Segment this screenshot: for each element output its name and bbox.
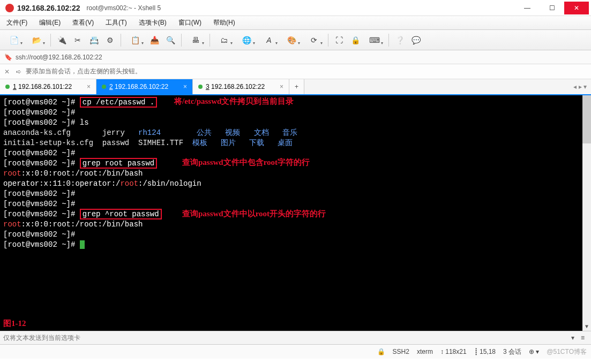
hint-bar: ✕ ➪ 要添加当前会话，点击左侧的箭头按钮。 xyxy=(0,64,591,79)
send-target-dropdown[interactable]: ▾ xyxy=(568,334,578,342)
new-session-button[interactable]: 📄 xyxy=(3,33,25,48)
status-dot-icon xyxy=(198,85,203,89)
window-titlebar: 192.168.26.102:22 root@vms002:~ - Xshell… xyxy=(0,0,591,16)
status-term-type: xterm xyxy=(417,348,433,355)
address-text[interactable]: ssh://root@192.168.26.102:22 xyxy=(16,54,102,61)
color-button[interactable]: 🎨 xyxy=(281,33,302,48)
menu-edit[interactable]: 编辑(E) xyxy=(36,17,64,29)
tab-close-icon[interactable]: × xyxy=(87,83,91,90)
hint-close-button[interactable]: ✕ xyxy=(4,68,10,75)
status-cursor-pos: 15,18 xyxy=(480,348,496,355)
send-input[interactable] xyxy=(3,334,568,342)
toolbar: 📄 📂 🔌 ✂ 📇 ⚙ 📋 📥 🔍 🖶 🗂 🌐 A 🎨 ⟳ ⛶ 🔒 ⌨ ❔ 💬 xyxy=(0,30,591,50)
session-tabbar: 1 192.168.26.101:22 × 2 192.168.26.102:2… xyxy=(0,79,591,95)
scroll-thumb[interactable] xyxy=(582,95,591,143)
menu-view[interactable]: 查看(V) xyxy=(69,17,97,29)
session-tab-3[interactable]: 3 192.168.26.102:22 × xyxy=(193,79,289,94)
transfer-button[interactable]: 🗂 xyxy=(213,33,235,48)
help-button[interactable]: ❔ xyxy=(392,33,407,48)
lock-button[interactable]: 🔒 xyxy=(348,33,363,48)
print-button[interactable]: 🖶 xyxy=(185,33,206,48)
properties-button[interactable]: 📇 xyxy=(86,33,101,48)
terminal[interactable]: [root@vms002 ~]# cp /etc/passwd . 将/etc/… xyxy=(0,95,591,331)
status-session-count: 3 会话 xyxy=(503,347,521,357)
hint-text: 要添加当前会话，点击左侧的箭头按钮。 xyxy=(26,67,141,76)
status-ssh-icon: 🔒 xyxy=(377,348,385,355)
statusbar: 🔒 SSH2 xterm ↕ 118x21 ┋ 15,18 3 会话 ⊕ ▾ @… xyxy=(0,345,591,359)
tab-close-icon[interactable]: × xyxy=(183,83,187,90)
status-size: 118x21 xyxy=(445,348,466,355)
menu-file[interactable]: 文件(F) xyxy=(3,17,31,29)
send-bar: ▾ ≡ xyxy=(0,331,591,345)
annotation-grep2: 查询passwd文件中以root开头的字符的行 xyxy=(182,209,326,219)
cursor xyxy=(80,240,85,249)
menubar: 文件(F) 编辑(E) 查看(V) 工具(T) 选项卡(B) 窗口(W) 帮助(… xyxy=(0,16,591,30)
web-button[interactable]: 🌐 xyxy=(236,33,257,48)
highlighted-cmd-grep2: grep ^root passwd xyxy=(80,209,162,219)
window-title-ip: 192.168.26.102:22 xyxy=(17,4,87,12)
chat-button[interactable]: 💬 xyxy=(408,33,423,48)
figure-label: 图1-12 xyxy=(3,318,26,329)
session-tab-2[interactable]: 2 192.168.26.102:22 × xyxy=(96,79,193,94)
disconnect-button[interactable]: ✂ xyxy=(70,33,85,48)
highlighted-cmd-grep1: grep root passwd xyxy=(80,158,157,169)
send-menu-button[interactable]: ≡ xyxy=(578,334,588,342)
status-dot-icon xyxy=(102,85,106,89)
new-tab-button[interactable]: + xyxy=(289,79,304,94)
window-title-sub: root@vms002:~ - Xshell 5 xyxy=(87,4,161,12)
menu-help[interactable]: 帮助(H) xyxy=(210,17,238,29)
font-button[interactable]: A xyxy=(258,33,280,48)
copy-button[interactable]: 📋 xyxy=(124,33,146,48)
annotation-cp: 将/etc/passwd文件拷贝到当前目录 xyxy=(174,96,294,107)
settings-button[interactable]: ⚙ xyxy=(102,33,117,48)
reconnect-button[interactable]: 🔌 xyxy=(54,33,69,48)
maximize-button[interactable]: ☐ xyxy=(540,2,564,14)
menu-window[interactable]: 窗口(W) xyxy=(175,17,205,29)
paste-button[interactable]: 📥 xyxy=(147,33,162,48)
watermark: @51CTO博客 xyxy=(547,347,587,357)
menu-tab[interactable]: 选项卡(B) xyxy=(136,17,170,29)
hint-arrow-icon[interactable]: ➪ xyxy=(16,68,21,75)
encoding-button[interactable]: ⟳ xyxy=(303,33,325,48)
fullscreen-button[interactable]: ⛶ xyxy=(332,33,347,48)
status-dot-icon xyxy=(5,85,10,89)
close-button[interactable]: ✕ xyxy=(564,2,589,14)
find-button[interactable]: 🔍 xyxy=(163,33,178,48)
open-button[interactable]: 📂 xyxy=(26,33,47,48)
status-protocol: SSH2 xyxy=(393,348,409,355)
address-bar: 🔖 ssh://root@192.168.26.102:22 xyxy=(0,50,591,64)
scroll-down-icon[interactable]: ▼ xyxy=(582,322,591,331)
terminal-scrollbar[interactable]: ▲ ▼ xyxy=(582,95,591,331)
tab-close-icon[interactable]: × xyxy=(280,83,283,90)
tab-nav-arrows[interactable]: ◂ ▸ ▾ xyxy=(569,79,591,94)
annotation-grep1: 查询passwd文件中包含root字符的行 xyxy=(182,157,310,168)
highlighted-cmd-cp: cp /etc/passwd . xyxy=(80,97,157,108)
bookmark-icon[interactable]: 🔖 xyxy=(4,54,12,61)
minimize-button[interactable]: — xyxy=(515,2,540,14)
keyboard-button[interactable]: ⌨ xyxy=(364,33,385,48)
session-tab-1[interactable]: 1 192.168.26.101:22 × xyxy=(0,79,96,94)
app-icon xyxy=(5,4,14,12)
menu-tools[interactable]: 工具(T) xyxy=(102,17,130,29)
